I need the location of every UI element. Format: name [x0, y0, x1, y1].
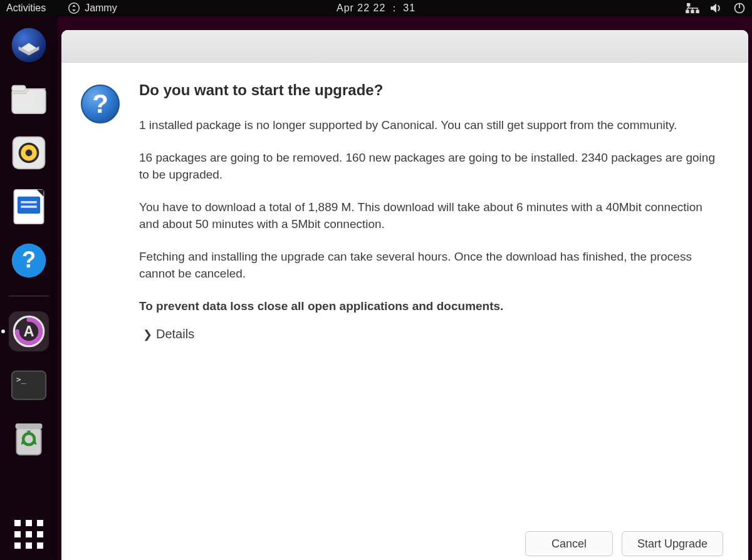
- details-label: Details: [156, 327, 194, 341]
- cancel-button[interactable]: Cancel: [525, 531, 613, 556]
- show-applications-button[interactable]: [0, 520, 58, 549]
- writer-icon: [13, 189, 45, 225]
- clock[interactable]: Apr 22 22 ： 31: [337, 2, 415, 15]
- svg-rect-3: [691, 10, 694, 13]
- power-icon[interactable]: [733, 2, 746, 14]
- svg-rect-26: [16, 423, 43, 429]
- dialog-button-row: Cancel Start Upgrade: [61, 531, 748, 560]
- dock-app-terminal[interactable]: >_: [9, 365, 49, 405]
- activities-button[interactable]: Activities: [6, 3, 46, 14]
- svg-rect-9: [12, 89, 46, 113]
- thunderbird-icon: [11, 27, 47, 63]
- window-titlebar[interactable]: [61, 30, 748, 63]
- chevron-right-icon: ❯: [143, 328, 152, 341]
- trash-icon: [13, 421, 44, 457]
- svg-point-14: [26, 150, 33, 157]
- terminal-icon: >_: [11, 370, 47, 401]
- dialog-warning: To prevent data loss close all open appl…: [139, 298, 723, 315]
- details-expander[interactable]: ❯ Details: [143, 327, 194, 341]
- svg-rect-10: [12, 86, 25, 91]
- dock-app-rhythmbox[interactable]: [9, 133, 49, 173]
- dock-app-writer[interactable]: [9, 187, 49, 227]
- dialog-paragraph-4: Fetching and installing the upgrade can …: [139, 248, 723, 283]
- svg-text:?: ?: [22, 247, 36, 272]
- dialog-paragraph-1: 1 installed package is no longer support…: [139, 117, 723, 134]
- svg-rect-17: [21, 201, 36, 204]
- svg-text:A: A: [23, 323, 34, 340]
- svg-point-0: [69, 3, 80, 14]
- dialog-paragraph-2: 16 packages are going to be removed. 160…: [139, 149, 723, 184]
- svg-rect-16: [18, 197, 40, 214]
- dock-app-files[interactable]: [9, 79, 49, 119]
- dialog-heading: Do you want to start the upgrade?: [139, 81, 723, 99]
- software-updater-icon: A: [12, 314, 46, 348]
- svg-text:?: ?: [92, 89, 108, 118]
- dock: ? A >_: [0, 16, 58, 560]
- top-panel: Activities Jammy Apr 22 22 ： 31: [0, 0, 752, 16]
- speaker-icon: [11, 135, 47, 171]
- app-menu[interactable]: Jammy: [68, 3, 117, 14]
- folder-icon: [11, 83, 47, 115]
- svg-text:>_: >_: [16, 375, 26, 384]
- network-icon[interactable]: [686, 3, 699, 14]
- volume-icon[interactable]: [709, 3, 723, 14]
- dock-separator: [9, 296, 49, 296]
- svg-rect-1: [687, 3, 690, 6]
- dialog-paragraph-3: You have to download a total of 1,889 M.…: [139, 199, 723, 233]
- question-dialog-icon: ?: [80, 84, 120, 124]
- dock-app-trash[interactable]: [9, 419, 49, 459]
- dock-app-software-updater[interactable]: A: [9, 311, 49, 351]
- svg-rect-2: [686, 10, 689, 13]
- help-icon: ?: [11, 242, 47, 279]
- svg-rect-4: [696, 10, 699, 13]
- running-indicator-icon: [1, 329, 5, 333]
- start-upgrade-button[interactable]: Start Upgrade: [622, 531, 723, 556]
- apps-grid-icon: [14, 520, 43, 549]
- upgrade-dialog-window: ? Do you want to start the upgrade? 1 in…: [61, 30, 748, 560]
- svg-rect-18: [21, 205, 36, 208]
- dock-app-thunderbird[interactable]: [9, 25, 49, 65]
- app-menu-label: Jammy: [85, 3, 117, 14]
- updater-appmenu-icon: [68, 3, 80, 14]
- dock-app-help[interactable]: ?: [9, 241, 49, 281]
